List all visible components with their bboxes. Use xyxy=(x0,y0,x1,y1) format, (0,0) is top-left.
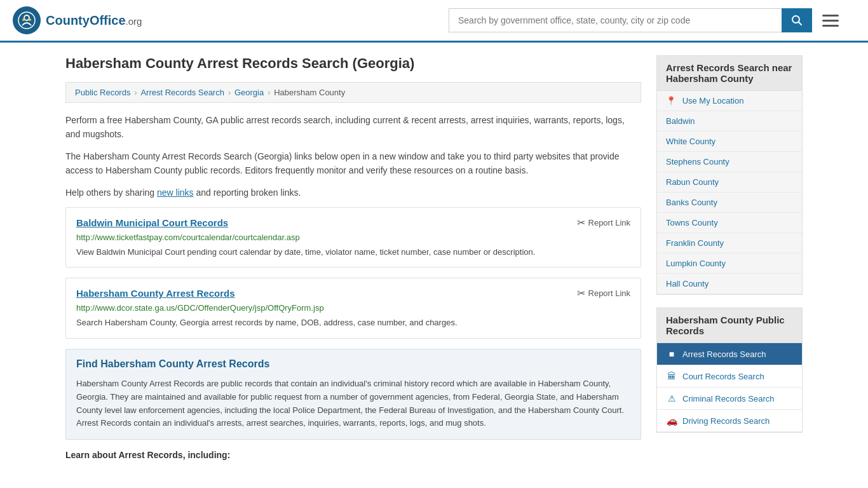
record-desc-baldwin: View Baldwin Municipal Court pending cou… xyxy=(76,246,630,259)
sidebar-nearby-baldwin: Baldwin xyxy=(657,111,802,132)
desc-1: Perform a free Habersham County, GA publ… xyxy=(65,113,641,142)
breadcrumb-habersham: Habersham County xyxy=(274,88,345,97)
record-card-header-2: Habersham County Arrest Records ✂ Report… xyxy=(76,287,630,299)
nearby-link-baldwin[interactable]: Baldwin xyxy=(657,111,802,131)
search-button[interactable] xyxy=(782,8,812,32)
nearby-link-banks[interactable]: Banks County xyxy=(657,193,802,212)
record-card-habersham: Habersham County Arrest Records ✂ Report… xyxy=(65,278,641,339)
driving-icon: 🚗 xyxy=(666,416,677,426)
nearby-link-stephens[interactable]: Stephens County xyxy=(657,152,802,172)
sidebar-nearby-list: 📍 Use My Location Baldwin White County S… xyxy=(657,91,802,294)
nearby-link-franklin[interactable]: Franklin County xyxy=(657,233,802,253)
report-icon-2: ✂ xyxy=(577,287,585,299)
sidebar-nearby-title: Arrest Records Search near Habersham Cou… xyxy=(657,56,802,91)
main-layout: Habersham County Arrest Records Search (… xyxy=(53,43,815,477)
sidebar-use-location-item: 📍 Use My Location xyxy=(657,91,802,111)
report-link-habersham[interactable]: ✂ Report Link xyxy=(577,287,630,299)
sidebar-nearby-franklin: Franklin County xyxy=(657,233,802,254)
sidebar-nearby-towns: Towns County xyxy=(657,213,802,233)
sidebar-nearby-lumpkin: Lumpkin County xyxy=(657,254,802,274)
record-card-baldwin: Baldwin Municipal Court Records ✂ Report… xyxy=(65,207,641,268)
header: CountyOffice.org xyxy=(0,0,868,43)
learn-section: Learn about Arrest Records, including: xyxy=(65,450,641,460)
arrest-icon: ■ xyxy=(666,349,677,359)
svg-point-2 xyxy=(22,18,25,21)
sidebar-nearby-white: White County xyxy=(657,132,802,152)
search-area xyxy=(449,8,843,32)
find-section-body: Habersham County Arrest Records are publ… xyxy=(76,377,630,430)
sidebar-nearby: Arrest Records Search near Habersham Cou… xyxy=(656,55,803,295)
nearby-link-white[interactable]: White County xyxy=(657,132,802,151)
pubrecord-criminal: ⚠ Criminal Records Search xyxy=(657,388,802,410)
use-location-link[interactable]: 📍 Use My Location xyxy=(657,91,802,111)
pubrecord-arrest-link[interactable]: ■ Arrest Records Search xyxy=(657,343,802,365)
record-desc-habersham: Search Habersham County, Georgia arrest … xyxy=(76,316,630,329)
nearby-link-hall[interactable]: Hall County xyxy=(657,274,802,294)
learn-section-title: Learn about Arrest Records, including: xyxy=(65,450,641,460)
nearby-link-towns[interactable]: Towns County xyxy=(657,213,802,233)
nearby-link-lumpkin[interactable]: Lumpkin County xyxy=(657,254,802,273)
report-link-baldwin[interactable]: ✂ Report Link xyxy=(577,217,630,229)
record-title-baldwin[interactable]: Baldwin Municipal Court Records xyxy=(76,217,228,228)
breadcrumb-public-records[interactable]: Public Records xyxy=(75,88,130,97)
pubrecord-criminal-link[interactable]: ⚠ Criminal Records Search xyxy=(657,388,802,409)
location-icon: 📍 xyxy=(666,96,676,105)
bc-sep-1: › xyxy=(134,88,137,97)
breadcrumb-arrest-records-search[interactable]: Arrest Records Search xyxy=(140,88,224,97)
record-card-header: Baldwin Municipal Court Records ✂ Report… xyxy=(76,217,630,229)
sidebar-nearby-rabun: Rabun County xyxy=(657,172,802,193)
desc-3: Help others by sharing new links and rep… xyxy=(65,186,641,200)
pubrecord-court: 🏛 Court Records Search xyxy=(657,365,802,388)
page-title: Habersham County Arrest Records Search (… xyxy=(65,55,641,72)
report-icon: ✂ xyxy=(577,217,585,229)
find-section: Find Habersham County Arrest Records Hab… xyxy=(65,349,641,440)
logo-area: CountyOffice.org xyxy=(13,6,142,34)
nearby-link-rabun[interactable]: Rabun County xyxy=(657,172,802,192)
breadcrumb-georgia[interactable]: Georgia xyxy=(234,88,264,97)
breadcrumb: Public Records › Arrest Records Search ›… xyxy=(65,82,641,103)
search-input[interactable] xyxy=(449,8,782,32)
sidebar-pubrecords-title: Habersham County Public Records xyxy=(657,308,802,343)
logo-text[interactable]: CountyOffice.org xyxy=(46,13,142,28)
pubrecord-driving-link[interactable]: 🚗 Driving Records Search xyxy=(657,410,802,431)
pubrecord-driving: 🚗 Driving Records Search xyxy=(657,410,802,432)
sidebar-pubrecords: Habersham County Public Records ■ Arrest… xyxy=(656,308,803,433)
sidebar-nearby-hall: Hall County xyxy=(657,274,802,294)
sidebar-pubrecords-list: ■ Arrest Records Search 🏛 Court Records … xyxy=(657,343,802,432)
record-url-habersham[interactable]: http://www.dcor.state.ga.us/GDC/Offender… xyxy=(76,303,630,313)
pubrecord-arrest: ■ Arrest Records Search xyxy=(657,343,802,365)
menu-button[interactable] xyxy=(818,11,843,30)
court-icon: 🏛 xyxy=(666,371,677,381)
sidebar: Arrest Records Search near Habersham Cou… xyxy=(656,55,803,464)
bc-sep-2: › xyxy=(228,88,231,97)
criminal-icon: ⚠ xyxy=(666,393,677,403)
sidebar-nearby-stephens: Stephens County xyxy=(657,152,802,172)
new-links-link[interactable]: new links xyxy=(157,187,194,198)
record-title-habersham[interactable]: Habersham County Arrest Records xyxy=(76,288,235,299)
pubrecord-court-link[interactable]: 🏛 Court Records Search xyxy=(657,365,802,387)
record-url-baldwin[interactable]: http://www.ticketfastpay.com/courtcalend… xyxy=(76,233,630,242)
find-section-title: Find Habersham County Arrest Records xyxy=(76,358,630,370)
sidebar-nearby-banks: Banks County xyxy=(657,193,802,213)
desc-2: The Habersham County Arrest Records Sear… xyxy=(65,149,641,178)
bc-sep-3: › xyxy=(268,88,270,97)
svg-point-3 xyxy=(29,18,31,21)
svg-line-5 xyxy=(799,22,802,25)
content-area: Habersham County Arrest Records Search (… xyxy=(65,55,641,464)
logo-icon xyxy=(13,6,41,34)
